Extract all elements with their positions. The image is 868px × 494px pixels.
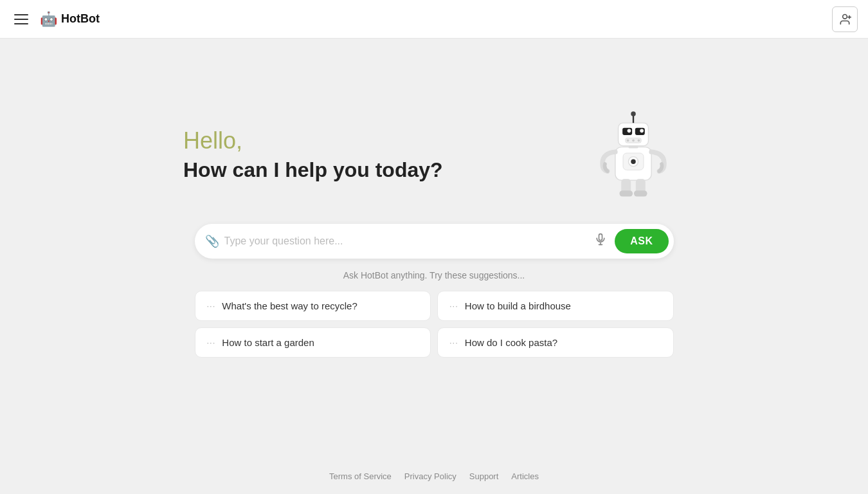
header-right [832, 6, 858, 32]
suggestion-dots-0: ··· [207, 301, 216, 311]
footer-link-0[interactable]: Terms of Service [329, 471, 392, 481]
help-subtitle: How can I help you today? [183, 158, 582, 182]
suggestion-label-0: What's the best way to recycle? [222, 300, 357, 311]
suggestion-card-1[interactable]: ··· How to build a birdhouse [437, 291, 674, 321]
footer: Terms of Service Privacy Policy Support … [0, 459, 868, 494]
suggestion-card-0[interactable]: ··· What's the best way to recycle? [195, 291, 431, 321]
search-box: 📎 ASK [195, 224, 674, 259]
suggestion-dots-1: ··· [449, 301, 458, 311]
menu-button[interactable] [10, 10, 32, 28]
logo-area: 🤖 HotBot [40, 11, 100, 28]
svg-point-13 [632, 139, 635, 142]
svg-point-10 [640, 129, 644, 133]
user-button[interactable] [832, 6, 858, 32]
logo-text: HotBot [61, 12, 100, 26]
microphone-icon[interactable] [592, 230, 610, 252]
ask-button[interactable]: ASK [615, 229, 668, 253]
hero-section: Hello, How can I help you today? [183, 102, 685, 205]
hero-text: Hello, How can I help you today? [183, 102, 582, 182]
search-input[interactable] [224, 235, 587, 247]
svg-point-6 [631, 111, 636, 116]
hello-greeting: Hello, [183, 127, 582, 154]
svg-point-12 [627, 139, 629, 142]
footer-link-3[interactable]: Articles [511, 471, 539, 481]
svg-rect-23 [599, 234, 602, 241]
suggestion-dots-2: ··· [207, 338, 216, 347]
main-content: Hello, How can I help you today? [0, 39, 868, 459]
header-left: 🤖 HotBot [10, 10, 100, 28]
robot-svg [592, 105, 675, 201]
suggestion-label-2: How to start a garden [222, 337, 314, 348]
search-container: 📎 ASK [195, 224, 674, 259]
footer-link-2[interactable]: Support [469, 471, 499, 481]
svg-rect-22 [634, 190, 647, 196]
suggestion-dots-3: ··· [449, 338, 458, 347]
robot-illustration [582, 102, 685, 205]
suggestions-grid: ··· What's the best way to recycle? ··· … [195, 291, 674, 358]
logo-icon: 🤖 [40, 11, 57, 28]
suggestion-label-3: How do I cook pasta? [465, 337, 557, 348]
suggestion-card-3[interactable]: ··· How do I cook pasta? [437, 327, 674, 358]
footer-link-1[interactable]: Privacy Policy [404, 471, 457, 481]
suggestions-hint: Ask HotBot anything. Try these suggestio… [343, 270, 525, 280]
suggestion-label-1: How to build a birdhouse [465, 300, 571, 311]
svg-point-0 [843, 14, 847, 19]
suggestion-card-2[interactable]: ··· How to start a garden [195, 327, 431, 358]
attach-icon: 📎 [205, 234, 219, 248]
svg-point-18 [631, 159, 636, 164]
svg-point-14 [638, 139, 640, 142]
header: 🤖 HotBot [0, 0, 868, 39]
svg-rect-15 [629, 145, 638, 148]
svg-rect-21 [619, 190, 633, 196]
svg-point-9 [628, 129, 631, 133]
